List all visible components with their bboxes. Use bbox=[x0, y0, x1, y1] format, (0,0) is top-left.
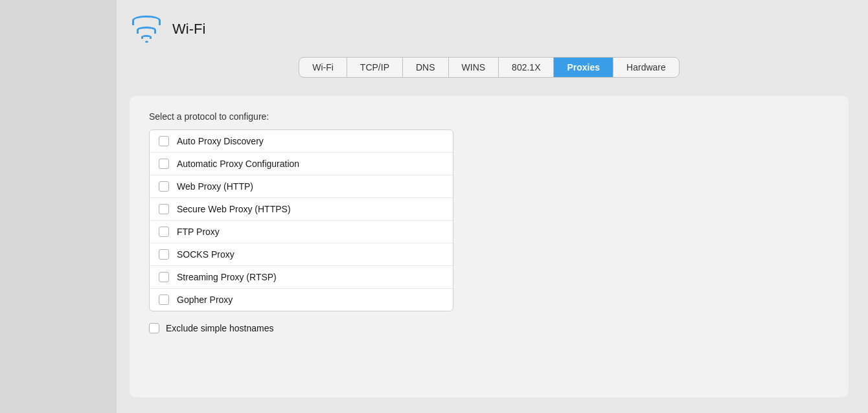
protocol-label-ftp-proxy: FTP Proxy bbox=[177, 227, 220, 237]
protocol-label-auto-proxy-discovery: Auto Proxy Discovery bbox=[177, 136, 264, 146]
page-title: Wi-Fi bbox=[172, 21, 205, 38]
protocol-label-socks-proxy: SOCKS Proxy bbox=[177, 249, 234, 260]
wifi-arc-medium bbox=[137, 27, 156, 34]
list-item[interactable]: Secure Web Proxy (HTTPS) bbox=[150, 198, 453, 221]
sidebar bbox=[0, 0, 117, 413]
header: Wi-Fi bbox=[130, 16, 849, 43]
list-item[interactable]: SOCKS Proxy bbox=[150, 243, 453, 266]
checkbox-streaming-proxy-rtsp[interactable] bbox=[159, 272, 169, 282]
checkbox-secure-web-proxy-https[interactable] bbox=[159, 204, 169, 214]
list-item[interactable]: Streaming Proxy (RTSP) bbox=[150, 266, 453, 289]
tab-wins[interactable]: WINS bbox=[449, 58, 499, 77]
tab-wifi[interactable]: Wi-Fi bbox=[299, 58, 347, 77]
tab-proxies[interactable]: Proxies bbox=[554, 58, 613, 77]
list-item[interactable]: Gopher Proxy bbox=[150, 289, 453, 311]
protocol-label-automatic-proxy-configuration: Automatic Proxy Configuration bbox=[177, 159, 299, 169]
protocol-list: Auto Proxy Discovery Automatic Proxy Con… bbox=[149, 129, 453, 311]
checkbox-ftp-proxy[interactable] bbox=[159, 227, 169, 237]
content-panel: Select a protocol to configure: Auto Pro… bbox=[130, 96, 849, 397]
wifi-arc-small bbox=[141, 35, 152, 39]
tab-8021x[interactable]: 802.1X bbox=[499, 58, 554, 77]
tab-dns[interactable]: DNS bbox=[403, 58, 449, 77]
protocol-label-gopher-proxy: Gopher Proxy bbox=[177, 295, 233, 305]
wifi-dot bbox=[145, 41, 148, 43]
protocol-label-web-proxy-http: Web Proxy (HTTP) bbox=[177, 181, 253, 192]
exclude-row: Exclude simple hostnames bbox=[149, 323, 829, 333]
main-content: Wi-Fi Wi-Fi TCP/IP DNS WINS 802.1X Proxi… bbox=[117, 0, 868, 413]
tab-bar: Wi-Fi TCP/IP DNS WINS 802.1X Proxies Har… bbox=[299, 57, 680, 78]
checkbox-web-proxy-http[interactable] bbox=[159, 181, 169, 192]
tab-tcpip[interactable]: TCP/IP bbox=[347, 58, 403, 77]
protocol-label-secure-web-proxy-https: Secure Web Proxy (HTTPS) bbox=[177, 204, 291, 214]
list-item[interactable]: Web Proxy (HTTP) bbox=[150, 175, 453, 198]
protocol-label-streaming-proxy-rtsp: Streaming Proxy (RTSP) bbox=[177, 272, 277, 282]
checkbox-exclude-simple-hostnames[interactable] bbox=[149, 323, 159, 333]
wifi-icon bbox=[130, 16, 163, 43]
tab-hardware[interactable]: Hardware bbox=[613, 58, 679, 77]
checkbox-socks-proxy[interactable] bbox=[159, 249, 169, 260]
list-item[interactable]: Auto Proxy Discovery bbox=[150, 130, 453, 153]
exclude-label: Exclude simple hostnames bbox=[166, 323, 274, 333]
checkbox-automatic-proxy-configuration[interactable] bbox=[159, 159, 169, 169]
section-label: Select a protocol to configure: bbox=[149, 111, 829, 122]
checkbox-auto-proxy-discovery[interactable] bbox=[159, 136, 169, 146]
wifi-arc-large bbox=[132, 16, 161, 25]
checkbox-gopher-proxy[interactable] bbox=[159, 295, 169, 305]
list-item[interactable]: Automatic Proxy Configuration bbox=[150, 153, 453, 175]
list-item[interactable]: FTP Proxy bbox=[150, 221, 453, 243]
